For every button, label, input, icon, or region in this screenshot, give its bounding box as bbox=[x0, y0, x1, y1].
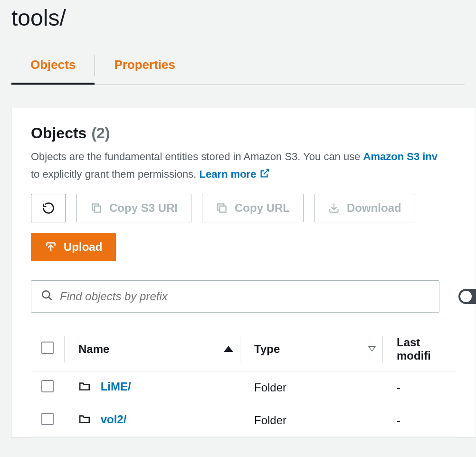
panel-description: Objects are the fundamental entities sto… bbox=[31, 148, 457, 183]
search-box[interactable] bbox=[31, 280, 439, 313]
object-type: Folder bbox=[240, 404, 382, 437]
copy-url-label: Copy URL bbox=[235, 201, 290, 215]
toolbar-row-2: Upload bbox=[31, 233, 457, 261]
select-all-checkbox[interactable] bbox=[41, 342, 54, 354]
object-name-link[interactable]: LiME/ bbox=[101, 380, 131, 393]
sort-ascending-icon bbox=[224, 346, 233, 352]
svg-rect-1 bbox=[220, 206, 226, 212]
folder-icon bbox=[78, 415, 94, 428]
search-row bbox=[31, 280, 457, 313]
column-header-name[interactable]: Name bbox=[64, 327, 240, 371]
column-header-select bbox=[31, 327, 64, 371]
copy-icon bbox=[90, 202, 103, 214]
download-label: Download bbox=[347, 201, 401, 215]
refresh-button[interactable] bbox=[31, 194, 66, 222]
external-link-icon bbox=[259, 168, 270, 180]
upload-icon bbox=[45, 241, 57, 253]
object-last-modified: - bbox=[382, 371, 457, 404]
tab-properties[interactable]: Properties bbox=[95, 49, 194, 85]
tabs-container: Objects Properties bbox=[11, 49, 465, 85]
panel-header: Objects (2) bbox=[31, 124, 457, 142]
upload-button[interactable]: Upload bbox=[31, 233, 116, 261]
description-text-1: Objects are the fundamental entities sto… bbox=[31, 151, 363, 162]
objects-panel: Objects (2) Objects are the fundamental … bbox=[11, 108, 476, 438]
learn-more-label: Learn more bbox=[200, 168, 257, 180]
name-header-label: Name bbox=[78, 343, 109, 356]
svg-point-2 bbox=[42, 291, 49, 298]
copy-s3-uri-label: Copy S3 URI bbox=[109, 201, 178, 215]
copy-url-button[interactable]: Copy URL bbox=[202, 194, 304, 222]
copy-s3-uri-button[interactable]: Copy S3 URI bbox=[76, 194, 191, 222]
search-input[interactable] bbox=[60, 290, 429, 303]
table-row: LiME/ Folder - bbox=[31, 371, 457, 404]
object-last-modified: - bbox=[382, 404, 457, 437]
tab-objects[interactable]: Objects bbox=[11, 49, 95, 85]
column-header-last-modified[interactable]: Last modifi bbox=[382, 327, 457, 371]
upload-label: Upload bbox=[64, 240, 102, 254]
folder-icon bbox=[78, 382, 94, 395]
last-modified-header-label: Last modifi bbox=[397, 336, 431, 362]
panel-count: (2) bbox=[91, 124, 110, 142]
download-icon bbox=[328, 202, 340, 214]
objects-table: Name Type Last modifi bbox=[31, 327, 457, 437]
show-versions-toggle[interactable] bbox=[458, 289, 476, 304]
amazon-s3-inventory-link[interactable]: Amazon S3 inv bbox=[363, 151, 438, 162]
toolbar-row-1: Copy S3 URI Copy URL Download bbox=[31, 194, 457, 222]
object-type: Folder bbox=[240, 371, 382, 404]
type-header-label: Type bbox=[254, 343, 280, 356]
learn-more-link[interactable]: Learn more bbox=[200, 168, 270, 180]
object-name-link[interactable]: vol2/ bbox=[101, 413, 127, 426]
row-checkbox[interactable] bbox=[41, 380, 54, 392]
sort-icon bbox=[368, 346, 376, 352]
panel-title: Objects bbox=[31, 124, 86, 142]
row-checkbox[interactable] bbox=[41, 413, 54, 425]
refresh-icon bbox=[42, 201, 55, 215]
copy-icon bbox=[216, 202, 228, 214]
search-icon bbox=[41, 289, 53, 304]
download-button[interactable]: Download bbox=[314, 194, 415, 222]
svg-rect-0 bbox=[95, 206, 101, 212]
table-row: vol2/ Folder - bbox=[31, 404, 457, 437]
column-header-type[interactable]: Type bbox=[240, 327, 382, 371]
page-title: tools/ bbox=[0, 0, 476, 39]
description-text-2: to explicitly grant them permissions. bbox=[31, 168, 200, 180]
